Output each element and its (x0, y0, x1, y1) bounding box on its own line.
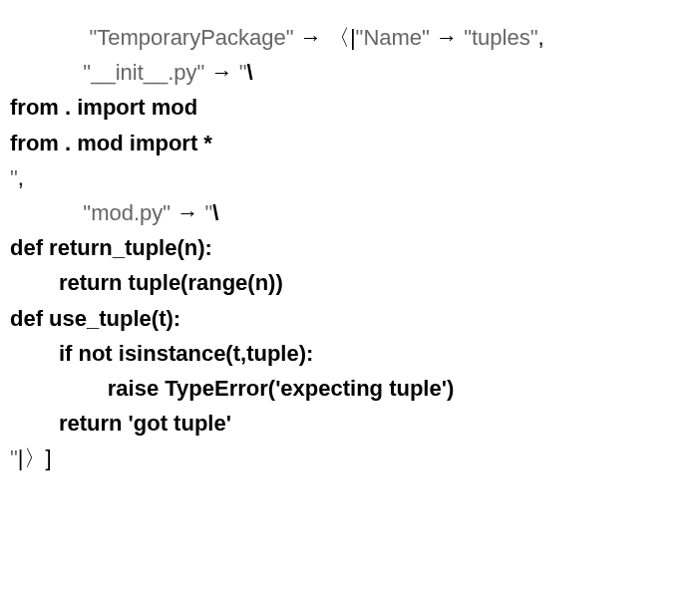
arrow-2: → (436, 25, 458, 50)
python-line-2: from . mod import * (0, 126, 700, 160)
backslash-2: \ (212, 200, 218, 225)
name-key: "Name" (356, 25, 430, 50)
comma-2: , (18, 165, 24, 190)
code-line-13: "|〉] (0, 441, 700, 475)
arrow-3: → (211, 60, 233, 85)
code-line-1: "TemporaryPackage" → 〈|"Name" → "tuples"… (0, 20, 700, 55)
python-line-1: from . import mod (0, 90, 700, 125)
arrow: → (300, 25, 322, 50)
backslash-1: \ (246, 60, 252, 85)
comma-1: , (537, 25, 543, 50)
arrow-4: → (176, 200, 198, 225)
str-close-2: " (10, 446, 18, 470)
python-line-7: raise TypeError('expecting tuple') (0, 371, 700, 406)
assoc-open: 〈| (328, 25, 356, 50)
python-line-6: if not isinstance(t,tuple): (0, 336, 700, 371)
str-close-1: " (10, 165, 18, 190)
assoc-close: |〉] (18, 446, 52, 470)
init-key: "__init__.py" (83, 60, 204, 85)
python-line-8: return 'got tuple' (0, 406, 700, 441)
code-line-5: ", (0, 160, 700, 195)
name-val: "tuples" (464, 25, 537, 50)
code-line-6: "mod.py" → "\ (0, 195, 700, 230)
mod-key: "mod.py" (83, 200, 171, 225)
python-line-3: def return_tuple(n): (0, 230, 700, 265)
code-line-2: "__init__.py" → "\ (0, 55, 700, 90)
temp-pkg-key: "TemporaryPackage" (89, 25, 293, 50)
python-line-5: def use_tuple(t): (0, 301, 700, 336)
python-line-4: return tuple(range(n)) (0, 265, 700, 300)
